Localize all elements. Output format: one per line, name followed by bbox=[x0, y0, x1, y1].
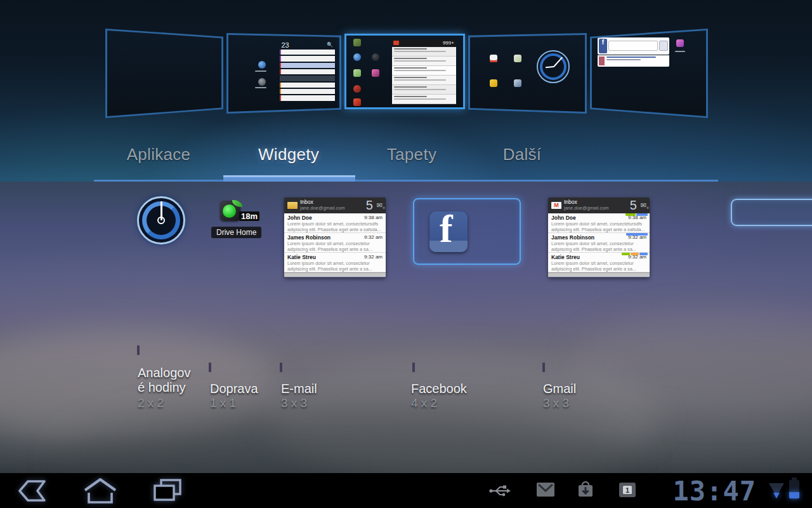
drive-time-badge: 18m bbox=[239, 211, 259, 221]
grid-tick bbox=[542, 363, 545, 372]
email-row: Katie Streu9:32 am Lorem ipsum dolor sit… bbox=[284, 253, 386, 272]
widget-facebook-selected[interactable]: f bbox=[413, 198, 521, 265]
mini-clock-widget bbox=[537, 50, 570, 83]
traffic-light-icon bbox=[220, 201, 240, 221]
grid-tick bbox=[412, 363, 415, 372]
thumbnail-empty-screen bbox=[107, 30, 221, 116]
mini-facebook-icon: f bbox=[599, 39, 607, 53]
mini-camera-icon bbox=[258, 78, 266, 86]
email-footer-bar bbox=[284, 272, 386, 277]
mini-agenda-widget: 23🔍 bbox=[280, 40, 336, 106]
mini-facebook-input bbox=[608, 41, 658, 51]
grid-tick bbox=[209, 363, 211, 372]
system-bar: 1 13:47 bbox=[0, 473, 812, 508]
mini-facebook-share-button bbox=[659, 41, 668, 51]
mini-music-icon bbox=[372, 53, 379, 61]
home-button[interactable] bbox=[80, 477, 121, 505]
battery-level bbox=[789, 492, 799, 498]
battery-icon bbox=[789, 480, 799, 498]
email-row: James Robinson9:32 am Lorem ipsum dolor … bbox=[284, 233, 386, 253]
usb-status-icon bbox=[488, 485, 511, 500]
home-screen-thumbnail-5[interactable]: f bbox=[590, 29, 708, 118]
gmail-unread-count: 5 bbox=[630, 198, 637, 213]
mini-gmail-widget: 999+ bbox=[392, 39, 456, 105]
home-icon-base bbox=[89, 493, 112, 502]
signal-strength-fill bbox=[773, 493, 780, 498]
mini-gallery-icon bbox=[514, 79, 521, 87]
green-light bbox=[223, 204, 236, 218]
grid-tick bbox=[137, 345, 140, 355]
tab-widgety[interactable]: Widgety bbox=[258, 145, 319, 164]
mini-market-icon bbox=[353, 69, 361, 77]
email-envelope-icon bbox=[287, 202, 298, 209]
gmail-footer-bar bbox=[548, 272, 650, 277]
clock-hub bbox=[157, 217, 165, 224]
widget-analog-clock[interactable] bbox=[137, 196, 185, 244]
widget-label-gmail: Gmail bbox=[543, 382, 576, 396]
widget-label-doprava: Doprava bbox=[210, 382, 258, 396]
widget-label-facebook: Facebook bbox=[411, 382, 467, 396]
email-row: John Doe9:38 am Lorem ipsum dolor sit am… bbox=[284, 213, 386, 233]
gmail-envelope-icon: M bbox=[551, 202, 561, 209]
svg-text:1: 1 bbox=[625, 486, 629, 494]
gmail-account: jane.doe@gmail.com bbox=[564, 206, 627, 211]
mini-browser-icon bbox=[353, 53, 361, 61]
compose-icon: ✉+ bbox=[377, 201, 383, 210]
tab-dalsi[interactable]: Další bbox=[503, 145, 542, 164]
widget-size-gmail: 3 x 3 bbox=[543, 396, 569, 410]
gmail-label-bars bbox=[626, 233, 648, 236]
gmail-row: Katie Streu9:32 am Lorem ipsum dolor sit… bbox=[548, 253, 650, 272]
widget-gmail[interactable]: M Inbox jane.doe@gmail.com 5 ✉+ John Doe… bbox=[548, 197, 650, 277]
mini-browser-icon bbox=[258, 61, 266, 69]
widget-size-analog-clock: 2 x 2 bbox=[138, 396, 164, 410]
gmail-label-bars bbox=[622, 253, 648, 255]
home-screen-thumbnail-3-selected[interactable]: 999+ bbox=[344, 34, 465, 109]
facebook-logo: f bbox=[429, 211, 468, 252]
gmail-row: James Robinson9:32 am Lorem ipsum dolor … bbox=[548, 233, 650, 253]
home-screen-thumbnail-2[interactable]: 23🔍 bbox=[226, 33, 341, 114]
gmail-label-bars bbox=[625, 213, 648, 216]
drive-home-caption: Drive Home bbox=[211, 227, 261, 238]
mini-avatar bbox=[599, 57, 605, 65]
home-screen-thumbnail-1[interactable] bbox=[105, 29, 223, 118]
email-unread-count: 5 bbox=[366, 198, 373, 213]
mini-facebook-post bbox=[598, 55, 669, 67]
active-tab-underline bbox=[223, 175, 355, 182]
download-notification-icon bbox=[576, 480, 595, 502]
mini-market-icon bbox=[514, 55, 521, 62]
grid-tick bbox=[280, 363, 282, 372]
recent-apps-button[interactable] bbox=[147, 477, 188, 505]
mini-gallery-icon bbox=[676, 39, 684, 47]
tab-aplikace[interactable]: Aplikace bbox=[127, 145, 191, 164]
mini-gmail-icon bbox=[490, 55, 497, 62]
compose-icon: ✉+ bbox=[641, 201, 646, 210]
widget-selection-frame-partial bbox=[731, 199, 812, 226]
widget-email[interactable]: Inbox jane.doe@gmail.com 5 ✉+ John Doe9:… bbox=[284, 197, 386, 277]
mini-studio-icon bbox=[372, 69, 379, 77]
back-button[interactable] bbox=[13, 477, 53, 505]
recents-icon-front-card bbox=[155, 486, 174, 500]
mini-game-icon bbox=[353, 98, 361, 106]
gmail-row: John Doe9:38 am Lorem ipsum dolor sit am… bbox=[548, 213, 650, 233]
gmail-notification-icon bbox=[535, 481, 556, 500]
widget-label-email: E-mail bbox=[281, 382, 317, 396]
system-clock[interactable]: 13:47 bbox=[652, 476, 756, 507]
calendar-notification-icon: 1 bbox=[618, 481, 637, 501]
launcher-customize-panel: 23🔍 bbox=[0, 0, 812, 182]
widget-size-facebook: 4 x 2 bbox=[411, 396, 437, 410]
mini-maps-icon bbox=[353, 85, 361, 93]
home-screen-thumbnail-4[interactable] bbox=[468, 33, 587, 114]
mini-clock-text: 23 bbox=[282, 41, 289, 49]
widget-doprava[interactable]: 18m Drive Home bbox=[213, 200, 259, 239]
mini-email-icon bbox=[490, 79, 497, 87]
back-icon bbox=[20, 481, 44, 500]
wallpaper-widget-gallery: 18m Drive Home Inbox jane.doe@gmail.com … bbox=[0, 182, 812, 473]
tab-tapety[interactable]: Tapety bbox=[387, 145, 436, 164]
home-icon bbox=[85, 479, 115, 490]
email-account: jane.doe@gmail.com bbox=[300, 206, 363, 211]
mini-photos-icon bbox=[353, 39, 361, 46]
widget-size-doprava: 1 x 1 bbox=[210, 396, 236, 410]
mini-icon-label bbox=[675, 51, 685, 52]
mini-icon-label bbox=[255, 70, 266, 72]
mini-gmail-icon bbox=[393, 41, 399, 45]
